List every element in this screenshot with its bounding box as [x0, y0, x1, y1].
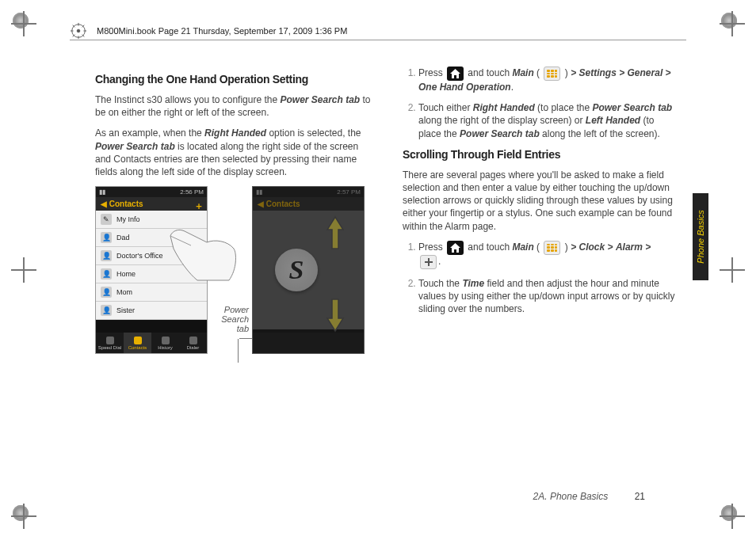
list-item: 👤Doctor's Office	[96, 247, 207, 265]
step-item: Press and touch Main ( ) > Settings > Ge…	[418, 67, 678, 93]
list-item: 👤Home	[96, 265, 207, 283]
crop-mark	[721, 13, 743, 35]
crop-mark	[13, 259, 35, 281]
add-alarm-icon	[420, 255, 437, 269]
step-item: Press and touch Main ( ) > Clock > Alarm…	[418, 241, 678, 269]
heading-scrolling: Scrolling Through Field Entries	[403, 148, 678, 161]
section-side-tab: Phone Basics	[693, 193, 708, 280]
running-head-text: M800Mini.book Page 21 Thursday, Septembe…	[97, 26, 347, 36]
svg-point-1	[77, 29, 80, 32]
arrow-up-icon	[326, 215, 343, 252]
list-item: 👤Sister	[96, 302, 207, 320]
avatar-icon: 👤	[101, 287, 112, 298]
page-footer: 2A. Phone Basics 21	[533, 491, 645, 502]
letter-s-bubble-icon: S	[275, 249, 318, 291]
main-menu-icon	[544, 241, 560, 255]
crop-mark	[721, 505, 743, 527]
avatar-icon: 👤	[101, 305, 112, 316]
footer-page-number: 21	[635, 491, 645, 502]
running-head: M800Mini.book Page 21 Thursday, Septembe…	[70, 22, 686, 40]
paragraph: There are several pages where you'll be …	[403, 169, 678, 233]
figure-phone-left: ▮▮2:56 PM ◀ Contacts ＋ ✎My Info👤Dad👤Doct…	[95, 186, 208, 354]
crop-mark	[13, 505, 35, 527]
steps-one-hand: Press and touch Main ( ) > Settings > Ge…	[403, 67, 678, 140]
home-button-icon	[447, 67, 464, 81]
home-button-icon	[447, 241, 464, 255]
list-item: 👤Mom	[96, 283, 207, 302]
phone-tab: Contacts	[124, 333, 151, 353]
avatar-icon: ✎	[101, 214, 112, 225]
paragraph: As an example, when the Right Handed opt…	[95, 127, 371, 178]
left-column: Changing the One Hand Operation Setting …	[95, 67, 371, 354]
figure-callout-label: Power Search tab	[209, 186, 249, 333]
list-item: ✎My Info	[96, 211, 207, 229]
figure-phone-right: ▮▮2:57 PM ◀ Contacts S	[252, 186, 365, 354]
step-item: Touch the Time field and then adjust the…	[418, 277, 678, 316]
section-side-tab-label: Phone Basics	[696, 210, 705, 263]
avatar-icon: 👤	[101, 250, 112, 261]
phone-tab: Speed Dial	[96, 333, 124, 353]
avatar-icon: 👤	[101, 268, 112, 280]
phone-tab: History	[151, 333, 179, 353]
phone-tab: Dialer	[179, 333, 207, 353]
right-column: Press and touch Main ( ) > Settings > Ge…	[403, 67, 678, 354]
paragraph: The Instinct s30 allows you to configure…	[95, 93, 371, 119]
step-item: Touch either Right Handed (to place the …	[418, 101, 678, 140]
main-menu-icon	[544, 67, 560, 81]
avatar-icon: 👤	[101, 232, 112, 243]
footer-section: 2A. Phone Basics	[533, 491, 609, 502]
crop-mark	[13, 13, 35, 35]
heading-one-hand: Changing the One Hand Operation Setting	[95, 73, 371, 86]
figure-one-hand: ▮▮2:56 PM ◀ Contacts ＋ ✎My Info👤Dad👤Doct…	[95, 186, 371, 354]
frame-gear-icon	[70, 22, 87, 40]
crop-mark	[721, 259, 743, 281]
list-item: 👤Dad	[96, 229, 207, 247]
steps-scrolling: Press and touch Main ( ) > Clock > Alarm…	[403, 241, 678, 316]
arrow-down-icon	[326, 298, 343, 334]
